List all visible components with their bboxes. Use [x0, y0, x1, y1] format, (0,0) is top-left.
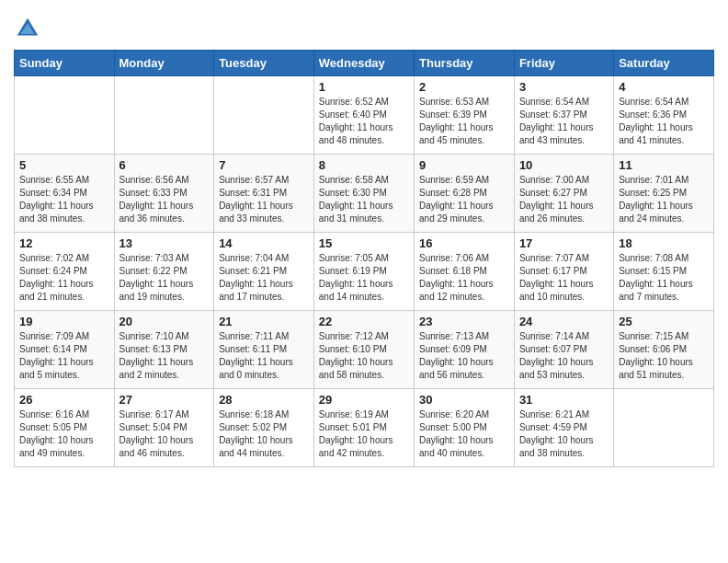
day-number: 27 — [119, 393, 210, 407]
day-info: Sunrise: 6:53 AM Sunset: 6:39 PM Dayligh… — [419, 96, 509, 147]
day-info: Sunrise: 7:15 AM Sunset: 6:06 PM Dayligh… — [619, 330, 709, 382]
calendar-cell: 2Sunrise: 6:53 AM Sunset: 6:39 PM Daylig… — [415, 76, 515, 155]
day-number: 26 — [19, 393, 109, 407]
day-number: 21 — [219, 315, 309, 328]
day-info: Sunrise: 7:12 AM Sunset: 6:10 PM Dayligh… — [319, 330, 409, 382]
calendar-cell: 25Sunrise: 7:15 AM Sunset: 6:06 PM Dayli… — [614, 311, 714, 389]
day-number: 3 — [519, 80, 609, 94]
day-info: Sunrise: 6:21 AM Sunset: 4:59 PM Dayligh… — [519, 408, 609, 460]
day-info: Sunrise: 7:04 AM Sunset: 6:21 PM Dayligh… — [219, 252, 309, 304]
day-info: Sunrise: 7:01 AM Sunset: 6:25 PM Dayligh… — [619, 174, 709, 225]
day-info: Sunrise: 6:57 AM Sunset: 6:31 PM Dayligh… — [219, 174, 309, 225]
calendar-cell: 11Sunrise: 7:01 AM Sunset: 6:25 PM Dayli… — [614, 155, 714, 233]
day-number: 13 — [119, 236, 210, 250]
day-number: 11 — [619, 158, 709, 172]
day-info: Sunrise: 6:19 AM Sunset: 5:01 PM Dayligh… — [319, 408, 409, 460]
calendar-cell: 16Sunrise: 7:06 AM Sunset: 6:18 PM Dayli… — [415, 233, 515, 311]
calendar-cell: 28Sunrise: 6:18 AM Sunset: 5:02 PM Dayli… — [214, 389, 314, 467]
day-number: 4 — [619, 80, 709, 94]
day-info: Sunrise: 7:07 AM Sunset: 6:17 PM Dayligh… — [519, 252, 609, 304]
calendar-cell: 23Sunrise: 7:13 AM Sunset: 6:09 PM Dayli… — [415, 311, 515, 389]
day-of-week-header: Saturday — [614, 51, 714, 76]
calendar-week-row: 26Sunrise: 6:16 AM Sunset: 5:05 PM Dayli… — [15, 389, 714, 467]
day-info: Sunrise: 6:18 AM Sunset: 5:02 PM Dayligh… — [219, 408, 309, 460]
day-info: Sunrise: 6:54 AM Sunset: 6:37 PM Dayligh… — [519, 96, 609, 147]
day-number: 28 — [219, 393, 309, 407]
day-info: Sunrise: 6:54 AM Sunset: 6:36 PM Dayligh… — [619, 96, 709, 147]
day-number: 2 — [419, 80, 509, 94]
calendar-week-row: 1Sunrise: 6:52 AM Sunset: 6:40 PM Daylig… — [15, 76, 714, 155]
day-number: 31 — [519, 393, 609, 407]
calendar-cell — [614, 389, 714, 467]
logo-icon — [14, 15, 41, 42]
day-number: 16 — [419, 236, 509, 250]
day-info: Sunrise: 6:58 AM Sunset: 6:30 PM Dayligh… — [319, 174, 409, 225]
day-number: 17 — [519, 236, 609, 250]
day-info: Sunrise: 6:55 AM Sunset: 6:34 PM Dayligh… — [19, 174, 109, 225]
day-info: Sunrise: 7:05 AM Sunset: 6:19 PM Dayligh… — [319, 252, 409, 304]
calendar-cell: 26Sunrise: 6:16 AM Sunset: 5:05 PM Dayli… — [15, 389, 115, 467]
day-number: 8 — [319, 158, 409, 172]
calendar-week-row: 12Sunrise: 7:02 AM Sunset: 6:24 PM Dayli… — [15, 233, 714, 311]
calendar-cell: 3Sunrise: 6:54 AM Sunset: 6:37 PM Daylig… — [514, 76, 613, 155]
day-info: Sunrise: 6:16 AM Sunset: 5:05 PM Dayligh… — [19, 408, 109, 460]
day-number: 1 — [319, 80, 409, 94]
calendar-cell: 13Sunrise: 7:03 AM Sunset: 6:22 PM Dayli… — [114, 233, 214, 311]
day-info: Sunrise: 6:17 AM Sunset: 5:04 PM Dayligh… — [119, 408, 210, 460]
calendar-cell: 4Sunrise: 6:54 AM Sunset: 6:36 PM Daylig… — [614, 76, 714, 155]
day-info: Sunrise: 7:00 AM Sunset: 6:27 PM Dayligh… — [519, 174, 609, 225]
calendar-cell: 15Sunrise: 7:05 AM Sunset: 6:19 PM Dayli… — [313, 233, 414, 311]
day-of-week-header: Sunday — [15, 51, 115, 76]
day-number: 15 — [319, 236, 409, 250]
calendar-cell: 5Sunrise: 6:55 AM Sunset: 6:34 PM Daylig… — [15, 155, 115, 233]
day-number: 9 — [419, 158, 509, 172]
day-number: 20 — [119, 315, 210, 328]
day-info: Sunrise: 7:11 AM Sunset: 6:11 PM Dayligh… — [219, 330, 309, 382]
day-info: Sunrise: 7:08 AM Sunset: 6:15 PM Dayligh… — [619, 252, 709, 304]
day-number: 18 — [619, 236, 709, 250]
day-info: Sunrise: 7:10 AM Sunset: 6:13 PM Dayligh… — [119, 330, 210, 382]
day-number: 6 — [119, 158, 210, 172]
calendar-cell: 8Sunrise: 6:58 AM Sunset: 6:30 PM Daylig… — [313, 155, 414, 233]
calendar-cell — [114, 76, 214, 155]
day-number: 23 — [419, 315, 509, 328]
page-header — [14, 9, 714, 42]
day-number: 7 — [219, 158, 309, 172]
calendar-week-row: 19Sunrise: 7:09 AM Sunset: 6:14 PM Dayli… — [15, 311, 714, 389]
day-of-week-header: Monday — [114, 51, 214, 76]
calendar-cell: 24Sunrise: 7:14 AM Sunset: 6:07 PM Dayli… — [514, 311, 613, 389]
day-number: 25 — [619, 315, 709, 328]
day-info: Sunrise: 7:14 AM Sunset: 6:07 PM Dayligh… — [519, 330, 609, 382]
calendar-cell — [214, 76, 314, 155]
day-number: 5 — [19, 158, 109, 172]
calendar-cell: 29Sunrise: 6:19 AM Sunset: 5:01 PM Dayli… — [313, 389, 414, 467]
calendar-cell: 7Sunrise: 6:57 AM Sunset: 6:31 PM Daylig… — [214, 155, 314, 233]
day-number: 10 — [519, 158, 609, 172]
day-info: Sunrise: 7:03 AM Sunset: 6:22 PM Dayligh… — [119, 252, 210, 304]
calendar-cell: 30Sunrise: 6:20 AM Sunset: 5:00 PM Dayli… — [415, 389, 515, 467]
calendar-cell: 10Sunrise: 7:00 AM Sunset: 6:27 PM Dayli… — [514, 155, 613, 233]
calendar-cell: 31Sunrise: 6:21 AM Sunset: 4:59 PM Dayli… — [514, 389, 613, 467]
day-of-week-header: Wednesday — [313, 51, 414, 76]
calendar-cell: 6Sunrise: 6:56 AM Sunset: 6:33 PM Daylig… — [114, 155, 214, 233]
calendar-cell: 17Sunrise: 7:07 AM Sunset: 6:17 PM Dayli… — [514, 233, 613, 311]
day-info: Sunrise: 6:52 AM Sunset: 6:40 PM Dayligh… — [319, 96, 409, 147]
day-info: Sunrise: 6:20 AM Sunset: 5:00 PM Dayligh… — [419, 408, 509, 460]
day-number: 29 — [319, 393, 409, 407]
day-of-week-header: Tuesday — [214, 51, 314, 76]
calendar-cell: 12Sunrise: 7:02 AM Sunset: 6:24 PM Dayli… — [15, 233, 115, 311]
calendar-header-row: SundayMondayTuesdayWednesdayThursdayFrid… — [15, 51, 714, 76]
calendar-cell: 14Sunrise: 7:04 AM Sunset: 6:21 PM Dayli… — [214, 233, 314, 311]
calendar-cell: 18Sunrise: 7:08 AM Sunset: 6:15 PM Dayli… — [614, 233, 714, 311]
day-number: 22 — [319, 315, 409, 328]
calendar-cell: 19Sunrise: 7:09 AM Sunset: 6:14 PM Dayli… — [15, 311, 115, 389]
day-number: 14 — [219, 236, 309, 250]
calendar-cell: 21Sunrise: 7:11 AM Sunset: 6:11 PM Dayli… — [214, 311, 314, 389]
day-info: Sunrise: 7:13 AM Sunset: 6:09 PM Dayligh… — [419, 330, 509, 382]
calendar-cell: 22Sunrise: 7:12 AM Sunset: 6:10 PM Dayli… — [313, 311, 414, 389]
logo — [14, 15, 45, 42]
calendar-cell: 1Sunrise: 6:52 AM Sunset: 6:40 PM Daylig… — [313, 76, 414, 155]
calendar-cell: 9Sunrise: 6:59 AM Sunset: 6:28 PM Daylig… — [415, 155, 515, 233]
day-of-week-header: Friday — [514, 51, 613, 76]
day-info: Sunrise: 6:56 AM Sunset: 6:33 PM Dayligh… — [119, 174, 210, 225]
